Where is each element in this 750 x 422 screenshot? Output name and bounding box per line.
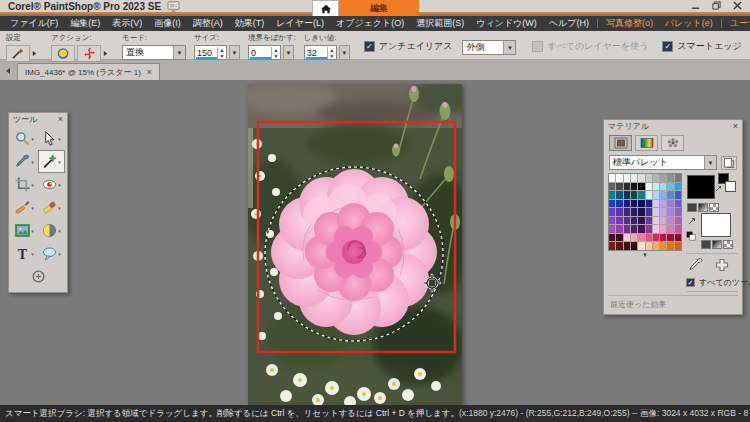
lighten-darken-tool[interactable]: ▾ xyxy=(38,219,65,242)
size-slider-button[interactable]: ▼ xyxy=(229,45,240,60)
feather-slider-button[interactable]: ▼ xyxy=(283,45,294,60)
color-swatch[interactable] xyxy=(646,234,652,242)
color-swatch[interactable] xyxy=(660,174,666,182)
tool-flyout-icon[interactable]: ▾ xyxy=(58,251,61,257)
tools-palette-header[interactable]: ツール × xyxy=(9,113,67,126)
color-swatch[interactable] xyxy=(609,242,615,250)
shape-tool[interactable] xyxy=(11,265,65,288)
color-swatch[interactable] xyxy=(675,174,681,182)
tool-flyout-icon[interactable]: ▾ xyxy=(31,205,34,211)
color-swatch[interactable] xyxy=(631,242,637,250)
tool-flyout-icon[interactable]: ▾ xyxy=(58,228,61,234)
tool-flyout-icon[interactable]: ▾ xyxy=(31,182,34,188)
color-swatch[interactable] xyxy=(653,208,659,216)
threshold-spin-arrows[interactable]: ▲▼ xyxy=(327,47,336,59)
material-dropper-icon[interactable] xyxy=(688,257,704,273)
color-swatch[interactable] xyxy=(660,225,666,233)
color-swatch[interactable] xyxy=(609,208,615,216)
color-swatch[interactable] xyxy=(653,191,659,199)
color-swatch[interactable] xyxy=(660,208,666,216)
mini-background-swatch[interactable] xyxy=(725,181,736,192)
menu-item[interactable]: 効果(T) xyxy=(229,17,271,30)
menu-item[interactable]: 写真修整(o) xyxy=(600,17,659,30)
color-swatch[interactable] xyxy=(609,191,615,199)
color-swatch[interactable] xyxy=(624,234,630,242)
color-swatch[interactable] xyxy=(660,242,666,250)
color-swatch[interactable] xyxy=(624,183,630,191)
color-swatch[interactable] xyxy=(631,191,637,199)
preset-flyout-icon[interactable] xyxy=(32,50,37,57)
color-swatch[interactable] xyxy=(646,191,652,199)
color-swatch[interactable] xyxy=(646,242,652,250)
color-swatch[interactable] xyxy=(675,242,681,250)
materials-palette-header[interactable]: マテリアル × xyxy=(604,120,742,133)
crop-tool[interactable]: ▾ xyxy=(11,173,38,196)
minimize-button[interactable] xyxy=(691,1,700,10)
color-swatch[interactable] xyxy=(675,234,681,242)
color-swatch[interactable] xyxy=(646,174,652,182)
menu-item[interactable]: オブジェクト(O) xyxy=(330,17,410,30)
materials-tab-rainbow[interactable] xyxy=(635,135,658,151)
menu-item[interactable]: 調整(A) xyxy=(187,17,229,30)
tool-flyout-icon[interactable]: ▾ xyxy=(58,182,61,188)
color-swatch[interactable] xyxy=(638,234,644,242)
fg-style-color-button[interactable] xyxy=(687,203,697,212)
color-swatch[interactable] xyxy=(653,200,659,208)
color-swatch[interactable] xyxy=(624,174,630,182)
action-flyout-icon[interactable] xyxy=(103,50,108,57)
color-swatch[interactable] xyxy=(675,208,681,216)
color-swatch[interactable] xyxy=(631,234,637,242)
mode-select[interactable]: 置換 ▼ xyxy=(122,45,186,60)
color-swatch[interactable] xyxy=(616,242,622,250)
preset-button[interactable] xyxy=(6,45,30,62)
add-swatch-icon[interactable] xyxy=(714,257,730,273)
color-swatch[interactable] xyxy=(616,174,622,182)
tool-flyout-icon[interactable]: ▾ xyxy=(58,159,61,165)
color-swatch[interactable] xyxy=(653,225,659,233)
color-swatch[interactable] xyxy=(609,225,615,233)
red-eye-tool[interactable]: ▾ xyxy=(38,173,65,196)
menu-item[interactable]: ウィンドウ(W) xyxy=(470,17,543,30)
move-selection-action-button[interactable] xyxy=(77,45,101,62)
tool-flyout-icon[interactable]: ▾ xyxy=(58,205,61,211)
tool-flyout-icon[interactable]: ▾ xyxy=(31,251,34,257)
smart-selection-brush-tool[interactable]: ▾ xyxy=(38,150,65,173)
color-swatch[interactable] xyxy=(660,191,666,199)
background-swatch[interactable] xyxy=(701,213,731,237)
color-swatch[interactable] xyxy=(675,191,681,199)
picture-frame-tool[interactable]: ▾ xyxy=(11,219,38,242)
eraser-tool[interactable]: ▾ xyxy=(38,196,65,219)
edge-mode-dropdown-icon[interactable]: ▼ xyxy=(503,41,515,54)
dropper-tool[interactable]: ▾ xyxy=(11,150,38,173)
color-swatch[interactable] xyxy=(660,183,666,191)
color-swatch[interactable] xyxy=(675,217,681,225)
color-swatch[interactable] xyxy=(646,183,652,191)
color-swatch[interactable] xyxy=(624,200,630,208)
palette-scroll-down-icon[interactable]: ▼ xyxy=(608,251,682,259)
threshold-value[interactable]: 32 xyxy=(305,48,327,58)
paint-brush-tool[interactable]: ▾ xyxy=(11,196,38,219)
menu-item[interactable]: ヘルプ(H) xyxy=(543,17,595,30)
color-swatch[interactable] xyxy=(631,217,637,225)
chevron-left-icon[interactable] xyxy=(5,67,11,75)
color-swatch[interactable] xyxy=(667,174,673,182)
color-swatch[interactable] xyxy=(638,225,644,233)
document-tab[interactable]: IMG_4436* @ 15% (ラスター 1) × xyxy=(17,63,160,80)
color-swatch[interactable] xyxy=(631,174,637,182)
bw-reset-icon[interactable] xyxy=(686,231,696,241)
color-swatch[interactable] xyxy=(631,208,637,216)
color-swatch[interactable] xyxy=(638,217,644,225)
menu-item[interactable]: パレット(e) xyxy=(659,17,719,30)
color-swatch[interactable] xyxy=(609,183,615,191)
bg-style-pattern-button[interactable] xyxy=(723,240,733,249)
feather-spin-arrows[interactable]: ▲▼ xyxy=(271,47,280,59)
color-swatch[interactable] xyxy=(616,217,622,225)
size-spinner[interactable]: 150 ▲▼ xyxy=(194,45,227,60)
color-swatch[interactable] xyxy=(624,191,630,199)
menu-item[interactable]: ユーザーインターフェイス(U) xyxy=(724,17,750,30)
restore-button[interactable] xyxy=(712,1,721,10)
home-tab[interactable] xyxy=(312,0,339,16)
size-value[interactable]: 150 xyxy=(195,48,217,58)
materials-palette-close-icon[interactable]: × xyxy=(733,122,738,131)
color-swatch[interactable] xyxy=(667,183,673,191)
